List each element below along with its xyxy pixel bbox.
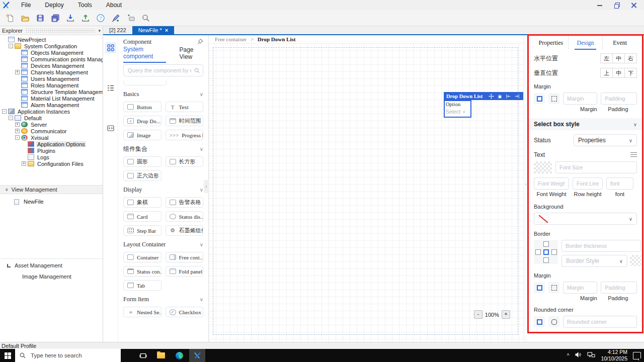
dropdown-select[interactable]: Select ∨ (446, 109, 469, 115)
breadcrumb-current[interactable]: Drop Down List (258, 36, 296, 42)
align-bottom-button[interactable]: 下 (624, 68, 637, 78)
component-item-step-bar[interactable]: Step Bar (123, 225, 162, 236)
view-item-newfile[interactable]: NewFile (0, 198, 103, 205)
new-file-icon[interactable] (5, 13, 15, 23)
component-item-text[interactable]: TText (166, 102, 204, 112)
canvas-area[interactable]: Drop Down List ⋯ Option Select ∨ (209, 43, 523, 342)
component-item-fold-panel[interactable]: Fold panel (166, 266, 204, 277)
tree-item-logs[interactable]: Logs (0, 154, 103, 160)
menu-about[interactable]: About (99, 0, 129, 10)
expander-icon[interactable]: - (15, 135, 20, 140)
border-color-swatch[interactable] (630, 255, 641, 266)
action-center-icon[interactable] (633, 352, 641, 359)
tree-item-roles-management[interactable]: Roles Management (0, 82, 103, 88)
tree-item-objects-management[interactable]: Objects Management (0, 49, 103, 56)
expander-icon[interactable]: + (15, 122, 20, 127)
component-item-container[interactable]: Container (123, 252, 162, 262)
tree-item-server[interactable]: +Server (0, 121, 103, 128)
rounded-corner-icon[interactable] (548, 316, 559, 327)
border-all-icon[interactable] (543, 249, 549, 255)
tree-item-configuration-files[interactable]: +Configuration Files (0, 160, 103, 167)
tab-page-view[interactable]: Page View (179, 46, 203, 62)
margin-sides-icon[interactable] (548, 282, 559, 293)
start-button[interactable] (0, 349, 15, 362)
tree-item-system-configuration[interactable]: -System Configuration (0, 43, 103, 49)
tree-item-alarm-management[interactable]: Alarm Management (0, 102, 103, 108)
tab-properties[interactable]: Properties (534, 36, 568, 50)
expander-icon[interactable]: - (2, 109, 7, 114)
tree-item-plugins[interactable]: Plugins (0, 147, 103, 154)
border-left-icon[interactable] (535, 249, 541, 255)
font-color-swatch[interactable] (534, 161, 552, 173)
minimize-icon[interactable] (597, 2, 603, 8)
align-left-icon[interactable] (506, 94, 511, 99)
expander-icon[interactable]: + (15, 70, 20, 74)
align-top-button[interactable]: 上 (600, 68, 613, 78)
component-search-input[interactable] (127, 67, 192, 74)
padding-input[interactable] (601, 93, 637, 105)
section-select-box-style[interactable]: Select box style ∨ (529, 118, 642, 130)
tab-event[interactable]: Event (602, 36, 637, 50)
restore-icon[interactable] (614, 2, 620, 8)
component-item-progress-bar[interactable]: >>>Progress bar (166, 130, 204, 140)
section-form-item[interactable]: Form Item∨ (123, 292, 203, 307)
font-line-input[interactable] (573, 177, 603, 190)
breadcrumb-parent[interactable]: Free container (215, 36, 247, 42)
help-icon[interactable]: ? (96, 13, 106, 23)
save-all-icon[interactable] (50, 13, 60, 23)
align-right-button[interactable]: 右 (624, 53, 637, 63)
component-item-button[interactable]: Button (123, 102, 162, 112)
margin-all-icon[interactable] (534, 282, 545, 293)
dropdown-component[interactable]: Option Select ∨ (444, 100, 471, 118)
tree-item-communication-points-management[interactable]: Communication points Management (0, 56, 103, 62)
component-item-圆形[interactable]: 圆形 (123, 156, 162, 167)
section-组件集合[interactable]: 组件集合∨ (123, 141, 203, 156)
menu-file[interactable]: File (14, 0, 38, 10)
component-item-checkbox[interactable]: ✓Checkbox (166, 307, 204, 317)
padding-input-2[interactable] (601, 282, 637, 294)
component-item-status-dis[interactable]: Status dis... (166, 211, 204, 222)
component-item-nested-se[interactable]: ≡Nested Se... (123, 307, 162, 317)
asset-management-header[interactable]: Asset Management (0, 262, 103, 269)
expander-icon[interactable]: - (9, 116, 13, 120)
component-item-告警表格[interactable]: 告警表格 (166, 197, 204, 208)
tree-item-application-instances[interactable]: -Application Instances (0, 108, 103, 115)
expander-icon[interactable]: + (22, 161, 26, 166)
tree-item-users-management[interactable]: Users Management (0, 75, 103, 82)
tab-newfile[interactable]: NewFile * × (132, 26, 175, 34)
zoom-out-button[interactable]: - (474, 310, 482, 319)
menu-deploy[interactable]: Deploy (38, 0, 70, 10)
export-icon[interactable] (80, 13, 91, 23)
border-right-icon[interactable] (551, 249, 557, 255)
component-item-partial[interactable] (123, 80, 167, 85)
import-icon[interactable] (65, 13, 75, 23)
app-taskbar-icon[interactable] (189, 349, 205, 362)
font-weight-input[interactable] (534, 177, 569, 190)
tree-item-application-options[interactable]: Application Options (0, 141, 103, 147)
tree-item-material-list-management[interactable]: Material List Management (0, 95, 103, 102)
tree-item-structure-template-management[interactable]: Structure Template Management (0, 88, 103, 95)
close-icon[interactable] (631, 2, 637, 8)
component-item-tab[interactable]: Tab (123, 280, 162, 291)
open-folder-icon[interactable] (20, 13, 30, 23)
border-top-icon[interactable] (543, 241, 549, 247)
section-basics[interactable]: Basics∨ (123, 86, 203, 102)
collapse-panel-icon[interactable]: ‹ (204, 180, 209, 193)
rounded-all-icon[interactable] (534, 316, 545, 327)
tree-item-devices-management[interactable]: Devices Management (0, 62, 103, 69)
component-item-时间范围[interactable]: 时间范围 (166, 116, 204, 126)
border-style-select[interactable]: Border Style ∨ (561, 255, 627, 267)
component-item-card[interactable]: Card (123, 211, 162, 222)
clock[interactable]: 4:12 PM 10/10/2025 (601, 349, 627, 361)
align-left-button[interactable]: 左 (600, 53, 613, 63)
align-middle-button[interactable]: 中 (612, 68, 625, 78)
component-item-石墨烯组件[interactable]: ⚙石墨烯组件 (166, 225, 204, 236)
search-tool-icon[interactable] (141, 13, 151, 23)
grid-view-icon[interactable] (105, 42, 116, 53)
align-center-button[interactable]: 中 (612, 53, 625, 63)
section-display[interactable]: Display∨ (123, 182, 203, 197)
margin-sides-icon[interactable] (548, 93, 559, 104)
tab-222[interactable]: [2] 222 (103, 26, 132, 34)
tab-design[interactable]: Design (568, 36, 603, 50)
bug-icon[interactable] (497, 94, 503, 99)
